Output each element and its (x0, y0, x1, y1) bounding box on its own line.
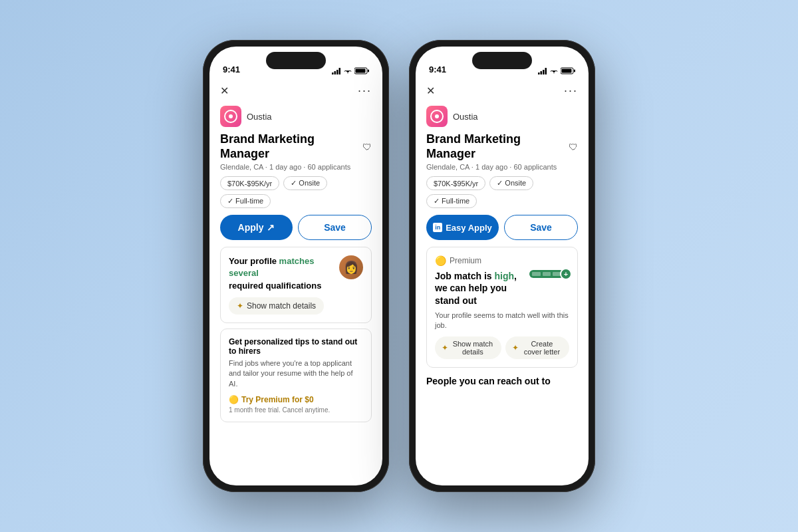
tips-card-1: Get personalized tips to stand out to hi… (220, 329, 372, 422)
people-title-2: People you can reach out to (426, 376, 578, 386)
job-title-text-1: Brand Marketing Manager (220, 132, 358, 161)
tips-title-1: Get personalized tips to stand out to hi… (229, 337, 363, 356)
tag-salary-1: $70K-$95K/yr (220, 176, 279, 190)
more-button-1[interactable]: ··· (358, 84, 372, 98)
svg-rect-5 (368, 70, 369, 72)
premium-icon-1: 🟡 (229, 395, 239, 404)
dynamic-island-2 (472, 52, 532, 69)
apply-button-1[interactable]: Apply ↗ (220, 215, 293, 240)
create-cover-letter-button-2[interactable]: ✦ Create cover letter (505, 336, 569, 359)
tag-salary-2: $70K-$95K/yr (426, 176, 485, 190)
tag-onsite-1: ✓ Onsite (283, 176, 327, 190)
user-avatar-1: 👩 (339, 255, 363, 279)
tags-1: $70K-$95K/yr ✓ Onsite ✓ Full-time (220, 176, 372, 208)
nav-bar-2: ✕ ··· (426, 78, 578, 103)
tips-text-1: Find jobs where you're a top applicant a… (229, 358, 363, 389)
sparkle-icon-1: ✦ (237, 301, 243, 311)
company-name-2: Oustia (453, 112, 478, 122)
external-link-icon: ↗ (267, 222, 275, 233)
sparkle-icon-2: ✦ (442, 343, 448, 352)
show-match-details-button-2[interactable]: ✦ Show match details (435, 336, 501, 359)
status-icons-1 (332, 67, 369, 74)
match-text-suffix: required qualifications (229, 281, 321, 291)
verified-icon-1: 🛡 (362, 142, 372, 152)
time-2: 9:41 (429, 65, 446, 74)
match-actions-2: ✦ Show match details ✦ Create cover lett… (435, 336, 569, 359)
more-button-2[interactable]: ··· (564, 84, 578, 98)
signal-icon-2 (538, 68, 547, 74)
company-name-1: Oustia (247, 112, 272, 122)
verified-icon-2: 🛡 (569, 142, 578, 152)
wifi-icon-1 (344, 68, 352, 74)
job-title-row-2: Brand Marketing Manager 🛡 (426, 132, 578, 161)
save-button-1[interactable]: Save (298, 215, 372, 240)
action-buttons-1: Apply ↗ Save (220, 215, 372, 240)
premium-badge-icon: 🟡 (435, 255, 446, 266)
battery-icon-2 (561, 67, 575, 74)
job-title-row-1: Brand Marketing Manager 🛡 (220, 132, 372, 161)
premium-card-2: 🟡 Premium Job match is high, we can help… (426, 247, 578, 367)
gauge-indicator: + (560, 268, 572, 280)
status-icons-2 (538, 67, 575, 74)
job-title-text-2: Brand Marketing Manager (426, 132, 565, 161)
svg-rect-0 (332, 72, 334, 74)
premium-badge-2: 🟡 Premium (435, 255, 569, 266)
svg-rect-1 (334, 71, 336, 74)
tag-onsite-2: ✓ Onsite (489, 176, 533, 190)
close-button-1[interactable]: ✕ (220, 84, 229, 97)
match-card-1: Your profile matches several required qu… (220, 247, 372, 323)
tag-fulltime-2: ✓ Full-time (426, 194, 477, 208)
tips-sub-1: 1 month free trial. Cancel anytime. (229, 406, 363, 414)
tags-2: $70K-$95K/yr ✓ Onsite ✓ Full-time (426, 176, 578, 208)
match-text-1: Your profile matches several required qu… (229, 255, 363, 292)
high-match-label: high (494, 271, 514, 281)
svg-rect-6 (356, 69, 366, 73)
signal-icon-1 (332, 68, 341, 74)
svg-rect-8 (541, 71, 543, 74)
phone-2: 9:41 (409, 40, 595, 492)
phone-1: 9:41 (203, 40, 389, 492)
company-header-1: Oustia (220, 106, 372, 127)
tag-fulltime-1: ✓ Full-time (220, 194, 271, 208)
time-1: 9:41 (223, 65, 240, 74)
job-meta-1: Glendale, CA · 1 day ago · 60 applicants (220, 163, 372, 171)
match-title-prefix: Job match is (435, 271, 494, 281)
match-text-prefix: Your profile (229, 256, 279, 266)
job-meta-2: Glendale, CA · 1 day ago · 60 applicants (426, 163, 578, 171)
dynamic-island-1 (266, 52, 326, 69)
company-logo-2 (426, 106, 448, 127)
company-header-2: Oustia (426, 106, 578, 127)
svg-rect-9 (543, 70, 545, 74)
save-button-2[interactable]: Save (504, 215, 578, 240)
linkedin-icon-2: in (433, 223, 442, 232)
svg-rect-2 (336, 70, 338, 74)
easy-apply-button-2[interactable]: in Easy Apply (426, 215, 499, 240)
company-logo-1 (220, 106, 241, 127)
svg-rect-10 (545, 68, 547, 74)
svg-rect-3 (339, 68, 341, 74)
show-match-details-button-1[interactable]: ✦ Show match details (229, 297, 324, 315)
close-button-2[interactable]: ✕ (426, 84, 435, 97)
nav-bar-1: ✕ ··· (220, 78, 372, 103)
svg-rect-13 (562, 69, 572, 73)
premium-link-1[interactable]: 🟡 Try Premium for $0 (229, 395, 314, 404)
battery-icon-1 (354, 67, 369, 74)
svg-rect-7 (538, 72, 540, 74)
job-match-title-2: Job match is high, we can help you stand… (435, 270, 569, 307)
job-match-desc-2: Your profile seems to match well with th… (435, 311, 569, 331)
svg-rect-12 (574, 70, 575, 72)
people-section-2: People you can reach out to (426, 373, 578, 386)
action-buttons-2: in Easy Apply Save (426, 215, 578, 240)
wifi-icon-2 (550, 68, 558, 74)
sparkle-icon-3: ✦ (512, 343, 519, 352)
